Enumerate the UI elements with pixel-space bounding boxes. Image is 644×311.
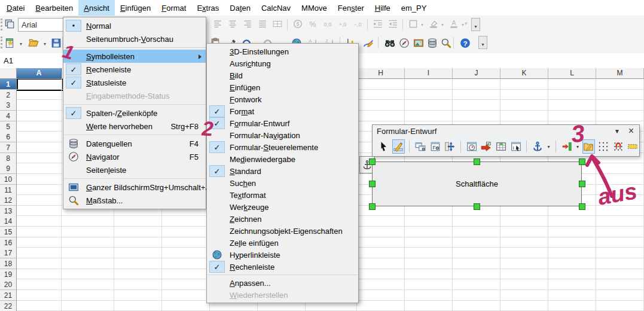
column-header-h[interactable]: H — [357, 68, 405, 78]
form-push-button[interactable]: Schaltfläche — [372, 161, 582, 206]
position-and-size-button[interactable] — [443, 139, 456, 154]
menubar-item-datei[interactable]: Datei — [1, 0, 30, 16]
form-button[interactable] — [414, 139, 427, 154]
percent-icon[interactable]: % — [306, 17, 320, 31]
deldec-icon[interactable]: −,0 — [350, 17, 365, 31]
column-header-l[interactable]: L — [548, 68, 596, 78]
menubar-item-calcnav[interactable]: CalcNav — [256, 0, 296, 16]
column-header-i[interactable]: I — [405, 68, 453, 78]
menu-item-zeichnen[interactable]: Zeichnen — [207, 213, 358, 225]
open-icon[interactable] — [26, 36, 41, 50]
row-header-14[interactable]: 14 — [0, 216, 17, 227]
menu-item-bild[interactable]: Bild — [207, 69, 358, 81]
find-icon[interactable] — [383, 36, 397, 50]
row-header-6[interactable]: 6 — [0, 132, 17, 142]
select-all-corner[interactable] — [0, 68, 17, 78]
menu-item-maßstab[interactable]: Maßstab... — [63, 194, 206, 207]
row-header-7[interactable]: 7 — [0, 142, 17, 153]
dropdown-arrow-icon[interactable]: ▾ — [460, 22, 466, 28]
menu-item-normal[interactable]: ●Normal — [63, 19, 206, 32]
alignl-icon[interactable] — [210, 17, 225, 31]
menu-item-zelle-einfügen[interactable]: Zelle einfügen — [207, 237, 358, 249]
pencil-icon[interactable] — [361, 36, 376, 50]
dropdown-arrow-icon[interactable]: ▾ — [439, 22, 445, 28]
activation-order-button[interactable]: I — [509, 139, 523, 154]
zoom-icon[interactable] — [439, 36, 453, 50]
menubar-item-extras[interactable]: Extras — [191, 0, 224, 16]
menubar-item-hilfe[interactable]: Hilfe — [370, 0, 396, 16]
menu-item-formular-entwurf[interactable]: ✓Formular-Entwurf — [207, 117, 358, 129]
menu-item-symbolleisten[interactable]: Symbolleisten — [63, 50, 206, 63]
form-properties-button[interactable]: F — [429, 139, 442, 154]
alignj-icon[interactable] — [255, 17, 270, 31]
selection-handle[interactable] — [579, 203, 585, 210]
column-header-m[interactable]: M — [596, 68, 644, 78]
row-header-19[interactable]: 19 — [0, 269, 17, 280]
bgcolor-icon[interactable] — [426, 17, 441, 31]
menu-item-einfügen[interactable]: Einfügen — [207, 81, 358, 93]
border-icon[interactable] — [406, 17, 420, 31]
name-box[interactable]: A1 — [0, 53, 67, 68]
menu-item-standard[interactable]: ✓Standard — [207, 165, 358, 177]
fontcolor-icon[interactable]: A — [447, 17, 461, 31]
menubar-item-ansicht[interactable]: Ansicht — [78, 0, 115, 16]
row-header-3[interactable]: 3 — [0, 100, 17, 111]
menu-item-hyperlinkleiste[interactable]: Hyperlinkleiste — [207, 249, 358, 261]
row-header-2[interactable]: 2 — [0, 90, 17, 100]
selection-handle[interactable] — [369, 203, 376, 210]
selection-handle[interactable] — [579, 158, 585, 165]
dropdown-arrow-icon[interactable]: ▾ — [42, 41, 48, 47]
menu-item-eingabemethode-status[interactable]: Eingabemethode-Status — [63, 89, 206, 102]
menubar-item-bearbeiten[interactable]: Bearbeiten — [30, 0, 78, 16]
selection-handle[interactable] — [474, 203, 480, 210]
menu-item-seitenleiste[interactable]: Seitenleiste — [63, 163, 206, 176]
toolbar-menu-icon[interactable]: ▼ — [614, 128, 620, 135]
menu-item-seitenumbruch-vorschau[interactable]: Seitenumbruch-Vorschau — [63, 32, 206, 45]
anchor-button[interactable] — [531, 139, 544, 154]
select-button[interactable] — [377, 139, 390, 154]
menu-item-ausrichtung[interactable]: Ausrichtung — [207, 57, 358, 69]
row-header-22[interactable]: 22 — [0, 301, 17, 311]
gallery-icon[interactable] — [411, 36, 426, 50]
alignr-icon[interactable] — [240, 17, 255, 31]
selection-handle[interactable] — [369, 181, 376, 187]
menu-item-rechenleiste[interactable]: ✓Rechenleiste — [207, 261, 358, 273]
design-mode-on-off-button[interactable] — [392, 139, 405, 154]
selection-handle[interactable] — [579, 181, 585, 187]
selection-handle[interactable] — [474, 158, 480, 165]
menubar-item-einfügen[interactable]: Einfügen — [115, 0, 156, 16]
alignc-icon[interactable] — [225, 17, 240, 31]
menubar-item-format[interactable]: Format — [156, 0, 191, 16]
alignment-button[interactable] — [560, 139, 573, 154]
menu-item-datenquellen[interactable]: DatenquellenF4 — [63, 137, 206, 150]
helplines-while-moving-button[interactable] — [626, 139, 639, 154]
row-header-5[interactable]: 5 — [0, 121, 17, 132]
snap-to-grid-button[interactable] — [612, 139, 625, 154]
menu-item-format[interactable]: ✓Format — [207, 105, 358, 117]
row-header-13[interactable]: 13 — [0, 206, 17, 217]
row-header-20[interactable]: 20 — [0, 279, 17, 290]
dropdown-arrow-icon[interactable]: ▾ — [18, 41, 24, 47]
row-header-1[interactable]: 1 — [0, 79, 17, 90]
menu-item-zeichnungsobjekt-eigenschaften[interactable]: Zeichnungsobjekt-Eigenschaften — [207, 225, 358, 237]
dropdown-arrow-icon[interactable]: ▾ — [575, 144, 581, 150]
menu-item-formular-navigation[interactable]: Formular-Navigation — [207, 129, 358, 141]
menu-item-3d-einstellungen[interactable]: 3D-Einstellungen — [207, 45, 358, 57]
menu-item-rechenleiste[interactable]: ✓Rechenleiste — [63, 63, 206, 76]
row-header-21[interactable]: 21 — [0, 290, 17, 301]
row-header-18[interactable]: 18 — [0, 258, 17, 269]
dropdown-arrow-icon[interactable]: ▾ — [419, 22, 425, 28]
merge-icon[interactable] — [270, 17, 285, 31]
menu-item-ganzer-bildschirm[interactable]: Ganzer BildschirmStrg+Umschalt+J — [63, 181, 206, 194]
row-header-8[interactable]: 8 — [0, 153, 17, 164]
table-control-button[interactable] — [495, 139, 508, 154]
menubar-item-fenster[interactable]: Fenster — [332, 0, 370, 16]
menu-item-formular-steuerelemente[interactable]: ✓Formular-Steuerelemente — [207, 141, 358, 153]
column-header-a[interactable]: A — [17, 68, 62, 78]
menu-item-werkzeuge[interactable]: Werkzeuge — [207, 201, 358, 213]
close-icon[interactable]: × — [628, 126, 634, 136]
menu-item-statusleiste[interactable]: ✓Statusleiste — [63, 76, 206, 89]
open-in-design-mode-button[interactable] — [582, 139, 596, 154]
menu-item-fontwork[interactable]: Fontwork — [207, 93, 358, 105]
column-header-j[interactable]: J — [453, 68, 500, 78]
